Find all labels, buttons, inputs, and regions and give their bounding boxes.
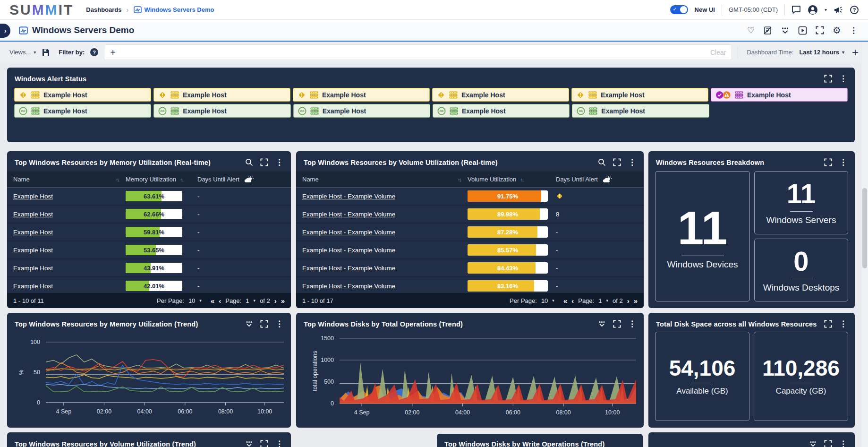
more-menu-icon[interactable]: ⋮ [839,439,847,447]
resource-link[interactable]: Example Host - Example Volume [302,211,395,218]
more-menu-icon[interactable]: ⋮ [850,26,858,35]
filter-input[interactable]: + Clear [104,44,732,60]
alert-tile-warning[interactable]: Example Host [571,88,708,102]
caret-down-icon[interactable]: ▾ [199,298,202,303]
resource-link[interactable]: Example Host [13,229,53,236]
column-header-days[interactable]: Days Until Alert [556,175,638,183]
settings-gear-icon[interactable]: ⚙ [833,26,841,35]
page-scrollbar[interactable] [861,42,868,447]
alert-tile-ok[interactable]: OKExample Host [153,104,290,118]
fullscreen-icon[interactable] [260,320,268,328]
first-page-button[interactable]: « [563,297,567,304]
alert-tile-warning[interactable]: Example Host [293,88,430,102]
sort-icon[interactable]: ↑↓ [116,177,119,182]
column-header-name[interactable]: Name↑↓ [13,176,126,183]
fullscreen-icon[interactable] [824,158,832,166]
caret-down-icon[interactable]: ▾ [552,298,554,303]
more-menu-icon[interactable]: ⋮ [628,319,636,329]
clear-filters-button[interactable]: Clear [710,49,726,56]
more-menu-icon[interactable]: ⋮ [839,74,847,84]
help-icon[interactable]: ? [850,6,859,14]
resource-link[interactable]: Example Host [13,283,53,290]
first-page-button[interactable]: « [211,297,214,304]
announcements-icon[interactable] [834,5,843,14]
fullscreen-icon[interactable] [613,158,621,166]
add-filter-icon[interactable]: + [110,48,116,57]
fullscreen-icon[interactable] [260,158,268,166]
search-icon[interactable] [245,158,253,166]
fullscreen-icon[interactable] [613,320,621,328]
caret-down-icon[interactable]: ▾ [606,298,608,303]
sidebar-expand-button[interactable]: › [0,24,10,38]
breadcrumb-dashboards[interactable]: Dashboards [86,6,121,13]
fullscreen-icon[interactable] [824,320,832,328]
resource-link[interactable]: Example Host - Example Volume [302,283,395,290]
dashboard-time-value[interactable]: Last 12 hours▾ [799,49,844,56]
resource-link[interactable]: Example Host - Example Volume [302,265,395,272]
per-page-value[interactable]: 10 [541,297,548,304]
alert-tile-ok[interactable]: OKExample Host [572,104,709,118]
summit-logo[interactable]: SUMMIT [9,3,74,17]
next-page-button[interactable]: › [274,297,277,304]
column-header-value[interactable]: Volume Utilization↑↓ [468,176,556,183]
fullscreen-icon[interactable] [816,26,824,34]
resource-link[interactable]: Example Host [13,265,53,272]
insights-icon[interactable] [598,320,606,327]
caret-down-icon[interactable]: ▾ [253,298,255,303]
alert-tile-ok[interactable]: OKExample Host [293,104,430,118]
play-demo-icon[interactable] [798,26,807,35]
timezone-label[interactable]: GMT-05:00 (CDT) [729,6,778,13]
sort-icon[interactable]: ↑↓ [458,177,461,182]
save-view-icon[interactable] [42,48,50,57]
alert-tile-warning[interactable]: Example Host [432,88,569,102]
more-menu-icon[interactable]: ⋮ [275,439,283,447]
column-header-name[interactable]: Name↑↓ [302,176,468,183]
prev-page-button[interactable]: ‹ [219,297,221,304]
breadcrumb-current[interactable]: Windows Servers Demo [134,6,214,13]
last-page-button[interactable]: » [634,297,638,304]
resource-link[interactable]: Example Host - Example Volume [302,229,395,236]
column-header-days[interactable]: Days Until Alert [197,175,285,183]
fullscreen-icon[interactable] [824,440,832,447]
resource-link[interactable]: Example Host - Example Volume [302,247,395,254]
resource-link[interactable]: Example Host [13,247,53,254]
alert-tile-ok[interactable]: OKExample Host [14,104,151,118]
chat-icon[interactable] [791,5,801,14]
alert-tile-ok[interactable]: OKExample Host [433,104,570,118]
fullscreen-icon[interactable] [824,75,832,83]
new-ui-toggle[interactable]: ✓ [670,5,688,14]
prev-page-button[interactable]: ‹ [571,297,574,304]
resource-link[interactable]: Example Host [13,211,53,218]
user-menu-caret-icon[interactable]: ▾ [825,7,827,12]
filter-help-icon[interactable]: ? [90,48,98,56]
column-header-value[interactable]: Memory Utilization↑↓ [126,176,197,183]
page-value[interactable]: 1 [598,297,602,304]
next-page-button[interactable]: › [627,297,630,304]
views-dropdown[interactable]: Views...▾ [9,49,36,56]
resource-link[interactable]: Example Host - Example Volume [302,193,395,200]
insights-icon[interactable] [245,320,253,327]
more-menu-icon[interactable]: ⋮ [275,319,283,329]
notes-disabled-icon[interactable] [763,26,772,35]
alert-tile-warning[interactable]: Example Host [14,88,151,102]
page-value[interactable]: 1 [246,297,249,304]
alert-tile-mixed[interactable]: Example Host [711,88,848,102]
sort-icon[interactable]: ↑↓ [180,177,183,182]
insights-icon[interactable] [781,26,790,34]
more-menu-icon[interactable]: ⋮ [839,319,847,329]
more-menu-icon[interactable]: ⋮ [628,157,636,167]
sort-icon[interactable]: ↑↓ [520,177,523,182]
per-page-value[interactable]: 10 [188,297,195,304]
insights-icon[interactable] [245,440,253,447]
more-menu-icon[interactable]: ⋮ [275,157,283,167]
resource-link[interactable]: Example Host [13,193,53,200]
add-panel-icon[interactable]: + [852,47,859,58]
last-page-button[interactable]: » [281,297,285,304]
scrollbar-thumb[interactable] [862,188,867,268]
alert-tile-warning[interactable]: Example Host [153,88,290,102]
insights-icon[interactable] [809,440,817,447]
search-icon[interactable] [598,158,606,166]
favorite-heart-icon[interactable]: ♡ [747,26,755,34]
more-menu-icon[interactable]: ⋮ [839,157,847,167]
fullscreen-icon[interactable] [260,440,268,447]
